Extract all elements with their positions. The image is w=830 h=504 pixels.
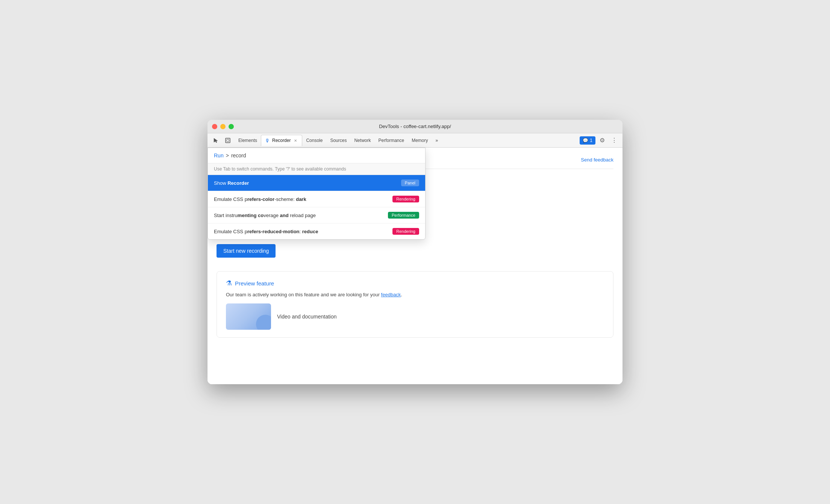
maximize-button[interactable] bbox=[229, 124, 234, 129]
tab-more[interactable]: » bbox=[432, 135, 442, 146]
minimize-button[interactable] bbox=[220, 124, 226, 129]
send-feedback-link[interactable]: Send feedback bbox=[581, 157, 613, 163]
cmd-item-show-recorder[interactable]: Show Recorder Panel bbox=[208, 175, 425, 191]
traffic-lights bbox=[212, 124, 234, 129]
gt-symbol: > bbox=[226, 152, 229, 158]
inspect-icon[interactable] bbox=[223, 135, 233, 146]
tab-bar: Elements 🎙 Recorder ✕ Console Sources Ne… bbox=[208, 133, 622, 148]
cmd-item-text: Emulate CSS prefers-reduced-motion: redu… bbox=[214, 229, 389, 234]
more-options-icon[interactable]: ⋮ bbox=[609, 135, 619, 146]
tab-sources[interactable]: Sources bbox=[326, 135, 350, 146]
devtools-window: DevTools - coffee-cart.netlify.app/ Elem… bbox=[208, 120, 622, 384]
performance-badge: Performance bbox=[388, 212, 419, 219]
video-doc-row: Video and documentation bbox=[226, 303, 604, 330]
command-input-text[interactable]: record bbox=[231, 152, 246, 158]
tab-recorder[interactable]: 🎙 Recorder ✕ bbox=[261, 135, 302, 146]
cmd-item-emulate-reduced[interactable]: Emulate CSS prefers-reduced-motion: redu… bbox=[208, 223, 425, 239]
command-palette[interactable]: Run > record Use Tab to switch commands.… bbox=[208, 148, 426, 240]
cmd-item-start-coverage[interactable]: Start instrumenting coverage and reload … bbox=[208, 207, 425, 223]
run-label: Run bbox=[214, 152, 224, 158]
title-bar: DevTools - coffee-cart.netlify.app/ bbox=[208, 120, 622, 133]
chat-icon: 💬 bbox=[583, 138, 588, 143]
preview-header: ⚗ Preview feature bbox=[226, 279, 604, 287]
cmd-item-text: Emulate CSS prefers-color-scheme: dark bbox=[214, 196, 389, 202]
tab-close-icon[interactable]: ✕ bbox=[293, 138, 298, 143]
tab-console[interactable]: Console bbox=[302, 135, 326, 146]
preview-description: Our team is actively working on this fea… bbox=[226, 292, 604, 297]
preview-title: Preview feature bbox=[235, 280, 274, 287]
tab-elements[interactable]: Elements bbox=[235, 135, 261, 146]
tab-memory[interactable]: Memory bbox=[408, 135, 432, 146]
command-input-row: Run > record bbox=[208, 148, 425, 163]
close-button[interactable] bbox=[212, 124, 217, 129]
start-new-recording-button[interactable]: Start new recording bbox=[217, 244, 276, 258]
svg-rect-0 bbox=[226, 138, 230, 143]
cmd-item-text: Show Recorder bbox=[214, 180, 398, 186]
cursor-icon[interactable] bbox=[211, 135, 221, 146]
tab-performance[interactable]: Performance bbox=[374, 135, 408, 146]
window-title: DevTools - coffee-cart.netlify.app/ bbox=[379, 124, 451, 129]
cmd-item-emulate-dark[interactable]: Emulate CSS prefers-color-scheme: dark R… bbox=[208, 191, 425, 207]
flask-icon: ⚗ bbox=[226, 279, 232, 287]
panel-badge: Panel bbox=[401, 180, 419, 186]
command-hint: Use Tab to switch commands. Type '?' to … bbox=[208, 163, 425, 175]
recorder-panel: + No recordings Send feedback Measure pe… bbox=[208, 148, 622, 384]
preview-box: ⚗ Preview feature Our team is actively w… bbox=[217, 271, 613, 338]
tab-right-tools: 💬 1 ⚙ ⋮ bbox=[580, 135, 619, 146]
video-thumbnail bbox=[226, 303, 271, 330]
rendering-badge: Rendering bbox=[392, 196, 419, 202]
thumbnail-decoration bbox=[256, 315, 271, 330]
svg-rect-1 bbox=[227, 139, 229, 142]
recorder-icon: 🎙 bbox=[265, 138, 270, 143]
cmd-item-text: Start instrumenting coverage and reload … bbox=[214, 213, 385, 218]
feedback-link[interactable]: feedback bbox=[381, 292, 401, 297]
rendering-badge-2: Rendering bbox=[392, 228, 419, 235]
video-doc-label: Video and documentation bbox=[277, 314, 337, 320]
feedback-count-button[interactable]: 💬 1 bbox=[580, 136, 595, 145]
tab-network[interactable]: Network bbox=[350, 135, 374, 146]
settings-icon[interactable]: ⚙ bbox=[597, 135, 607, 146]
main-area: + No recordings Send feedback Measure pe… bbox=[208, 148, 622, 384]
